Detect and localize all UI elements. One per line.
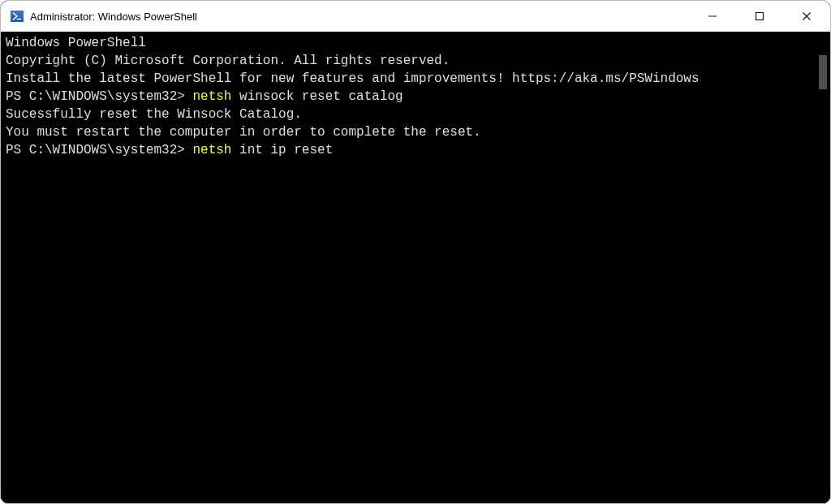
vertical-scrollbar[interactable] xyxy=(817,32,830,503)
svg-rect-4 xyxy=(756,13,764,20)
install-msg-line: Install the latest PowerShell for new fe… xyxy=(6,70,812,88)
prompt-line-2: PS C:\WINDOWS\system32> netsh int ip res… xyxy=(6,141,812,159)
maximize-button[interactable] xyxy=(736,1,783,32)
command-head: netsh xyxy=(192,89,231,104)
close-button[interactable] xyxy=(783,1,830,32)
powershell-icon xyxy=(11,10,24,23)
terminal-output[interactable]: Windows PowerShellCopyright (C) Microsof… xyxy=(1,32,817,503)
window: Administrator: Windows PowerShell Window… xyxy=(0,0,831,504)
copyright-line: Copyright (C) Microsoft Corporation. All… xyxy=(6,52,812,70)
titlebar[interactable]: Administrator: Windows PowerShell xyxy=(1,1,830,32)
scrollbar-thumb[interactable] xyxy=(819,55,827,89)
command-rest: winsock reset catalog xyxy=(231,89,403,104)
banner-line: Windows PowerShell xyxy=(6,34,812,52)
prompt-line-1: PS C:\WINDOWS\system32> netsh winsock re… xyxy=(6,88,812,106)
window-controls xyxy=(689,1,830,32)
window-title: Administrator: Windows PowerShell xyxy=(30,11,689,23)
terminal-area: Windows PowerShellCopyright (C) Microsof… xyxy=(1,32,830,503)
result-line: You must restart the computer in order t… xyxy=(6,123,812,141)
prompt-text: PS C:\WINDOWS\system32> xyxy=(6,89,192,104)
result-line: Sucessfully reset the Winsock Catalog. xyxy=(6,106,812,123)
command-rest: int ip reset xyxy=(231,143,333,157)
prompt-text: PS C:\WINDOWS\system32> xyxy=(6,143,192,157)
minimize-button[interactable] xyxy=(689,1,736,32)
command-head: netsh xyxy=(192,143,231,157)
